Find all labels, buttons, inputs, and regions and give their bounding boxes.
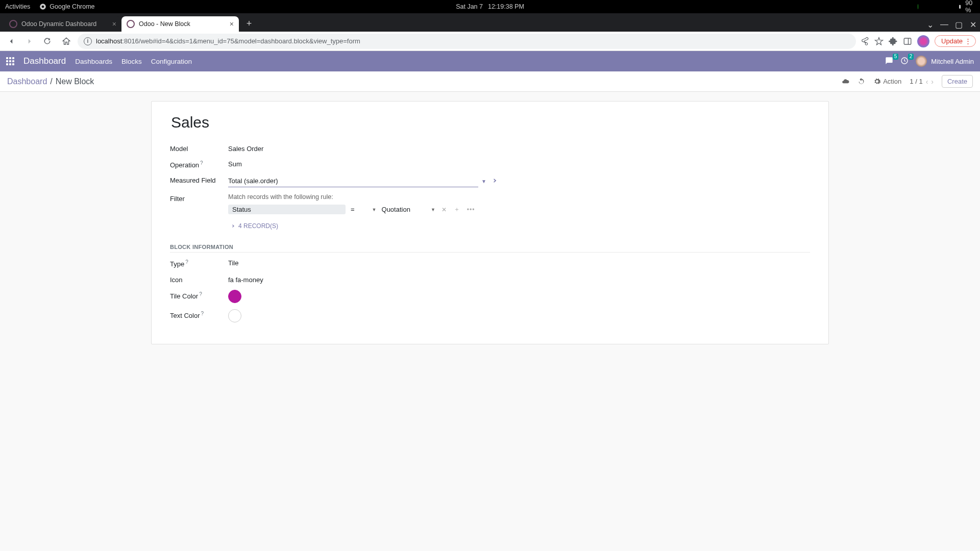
menu-blocks[interactable]: Blocks — [121, 58, 142, 65]
field-icon: Icon fa fa-money — [170, 271, 810, 287]
network-icon[interactable] — [927, 4, 934, 10]
browser-tab-active[interactable]: Odoo - New Block × — [121, 16, 239, 32]
filter-description: Match records with the following rule: — [228, 193, 476, 201]
pager-prev-icon[interactable]: ‹ — [926, 78, 928, 86]
cloud-icon[interactable] — [842, 78, 849, 85]
user-name: Mitchell Admin — [931, 58, 974, 65]
tile-color-swatch[interactable] — [228, 290, 241, 303]
address-bar[interactable]: i localhost:8016/web#id=4&cids=1&menu_id… — [78, 34, 856, 49]
tab-close-icon[interactable]: × — [112, 20, 116, 28]
system-time: 12:19:38 PM — [488, 3, 524, 10]
current-app-label: Google Chrome — [50, 3, 94, 10]
text-color-swatch[interactable] — [228, 309, 241, 322]
value-model[interactable]: Sales Order — [228, 143, 263, 153]
forward-button — [22, 34, 37, 48]
value-operation[interactable]: Sum — [228, 159, 242, 168]
help-icon[interactable]: ? — [201, 311, 204, 316]
bookmark-star-icon[interactable] — [874, 37, 884, 46]
domain-operator-select[interactable]: = ▼ — [351, 206, 377, 213]
kebab-icon: ⋮ — [965, 37, 971, 45]
svg-rect-2 — [904, 38, 911, 44]
tab-overflow-chevron-icon[interactable]: ⌄ — [923, 17, 937, 32]
url-host: localhost — [96, 37, 122, 45]
tab-title: Odoo Dynamic Dashboard — [21, 20, 108, 28]
system-date: Sat Jan 7 — [456, 3, 483, 10]
window-minimize-button[interactable]: — — [937, 17, 951, 32]
browser-toolbar: i localhost:8016/web#id=4&cids=1&menu_id… — [0, 32, 980, 51]
update-label: Update — [941, 37, 963, 45]
gnome-top-bar: Activities Google Chrome Sat Jan 7 12:19… — [0, 0, 980, 13]
records-count: 4 RECORD(S) — [238, 222, 278, 230]
menu-configuration[interactable]: Configuration — [151, 58, 192, 65]
breadcrumb-bar: Dashboard / New Block Action 1 / 1 ‹ › C… — [0, 71, 980, 92]
messages-icon — [885, 57, 893, 65]
add-node-icon[interactable]: ＋ — [453, 205, 461, 214]
module-name[interactable]: Dashboard — [23, 56, 66, 66]
svg-point-1 — [42, 6, 44, 8]
extensions-icon[interactable] — [889, 37, 898, 46]
profile-avatar[interactable] — [917, 35, 929, 47]
reload-button[interactable] — [41, 34, 55, 48]
label-measured: Measured Field — [170, 175, 228, 184]
url-path: :8016/web#id=4&cids=1&menu_id=75&model=d… — [122, 37, 360, 45]
back-button[interactable] — [4, 34, 18, 48]
chevron-down-icon: ▼ — [372, 207, 377, 212]
tab-title: Odoo - New Block — [139, 20, 226, 28]
field-measured: Measured Field ▼ — [170, 172, 810, 190]
update-button[interactable]: Update ⋮ — [935, 35, 976, 47]
field-tile-color: Tile Color? — [170, 287, 810, 306]
apps-grid-icon[interactable] — [6, 57, 14, 65]
user-menu[interactable]: Mitchell Admin — [916, 56, 974, 67]
current-app-indicator[interactable]: Google Chrome — [39, 3, 94, 10]
dropdown-caret-icon[interactable]: ▼ — [481, 179, 486, 184]
pager-text[interactable]: 1 / 1 — [910, 78, 922, 85]
home-button[interactable] — [59, 34, 74, 48]
field-text-color: Text Color? — [170, 306, 810, 325]
add-branch-icon[interactable]: ••• — [466, 206, 476, 213]
menu-dashboards[interactable]: Dashboards — [75, 58, 112, 65]
arrow-right-icon — [229, 223, 235, 229]
share-icon[interactable] — [860, 37, 869, 46]
records-link[interactable]: 4 RECORD(S) — [229, 222, 476, 230]
label-operation: Operation? — [170, 159, 228, 169]
sound-icon[interactable] — [942, 4, 948, 10]
record-title[interactable]: Sales — [171, 114, 810, 131]
tab-close-icon[interactable]: × — [230, 20, 234, 28]
help-icon[interactable]: ? — [199, 291, 202, 297]
activities-button[interactable]: Activities — [5, 3, 30, 10]
pager-next-icon[interactable]: › — [931, 78, 934, 86]
measured-field-input[interactable] — [228, 175, 478, 187]
discard-icon[interactable] — [857, 78, 865, 85]
user-avatar-icon — [916, 56, 927, 67]
value-icon[interactable]: fa fa-money — [228, 274, 263, 284]
breadcrumb-root[interactable]: Dashboard — [7, 77, 47, 86]
messages-button[interactable]: 5 — [885, 57, 893, 66]
battery-indicator[interactable]: 90 % — [958, 0, 975, 14]
window-close-button[interactable]: ✕ — [966, 17, 980, 32]
delete-node-icon[interactable]: ✕ — [440, 206, 448, 213]
label-model: Model — [170, 143, 228, 153]
field-filter: Filter Match records with the following … — [170, 190, 810, 233]
chevron-down-icon: ▼ — [431, 207, 435, 212]
clock-icon — [900, 57, 909, 65]
side-panel-icon[interactable] — [903, 37, 912, 46]
site-info-icon[interactable]: i — [84, 37, 92, 45]
domain-value-select[interactable]: Quotation ▼ — [382, 206, 435, 213]
activities-button[interactable]: 2 — [900, 57, 909, 66]
label-filter: Filter — [170, 193, 228, 203]
window-maximize-button[interactable]: ▢ — [951, 17, 966, 32]
create-button[interactable]: Create — [942, 75, 973, 88]
help-icon[interactable]: ? — [200, 160, 203, 166]
activities-badge: 2 — [908, 54, 914, 60]
new-tab-button[interactable]: + — [242, 16, 256, 31]
status-indicator-icon[interactable] — [918, 4, 918, 9]
field-operation: Operation? Sum — [170, 156, 810, 172]
value-type[interactable]: Tile — [228, 258, 238, 267]
domain-field-chip[interactable]: Status — [228, 205, 346, 214]
pager: 1 / 1 ‹ › — [910, 78, 934, 86]
help-icon[interactable]: ? — [185, 259, 188, 265]
section-block-information: BLOCK INFORMATION — [170, 244, 810, 253]
action-menu[interactable]: Action — [873, 78, 901, 85]
browser-tab-inactive[interactable]: Odoo Dynamic Dashboard × — [4, 16, 121, 32]
external-link-icon[interactable] — [489, 177, 498, 186]
